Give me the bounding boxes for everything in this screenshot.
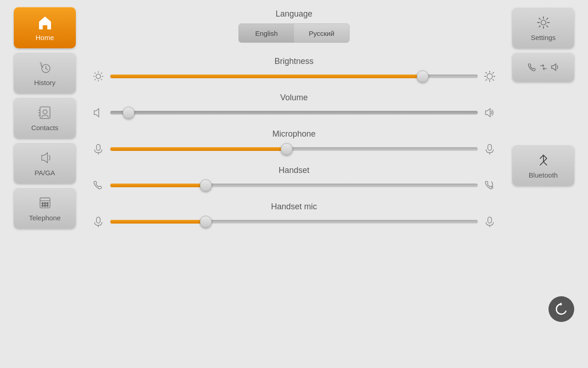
brightness-slider[interactable] [110, 72, 478, 81]
handset-mic-slider-container [92, 215, 496, 228]
language-toggle: English Русский [238, 23, 350, 43]
brightness-slider-container [92, 70, 496, 83]
svg-line-2 [45, 68, 47, 69]
language-label: Language [92, 9, 496, 19]
volume-high-icon [483, 106, 496, 119]
sliders-section: Brightness Volume [92, 57, 496, 228]
svg-rect-39 [96, 217, 100, 223]
speaker-icon [550, 62, 560, 72]
svg-line-31 [486, 72, 487, 74]
volume-label: Volume [92, 93, 496, 103]
svg-point-26 [487, 74, 492, 79]
handset-mic-low-icon [92, 215, 105, 228]
paga-label: PA/GA [34, 169, 55, 177]
svg-point-11 [44, 202, 46, 204]
microphone-slider[interactable] [110, 144, 478, 154]
handset-high-icon [483, 179, 496, 192]
svg-line-34 [486, 79, 487, 80]
language-section: Language English Русский [92, 9, 496, 43]
handset-slider[interactable] [110, 181, 478, 190]
svg-point-12 [46, 202, 48, 204]
center-panel: Language English Русский Brightness [92, 9, 496, 238]
svg-point-4 [43, 109, 47, 114]
handset-mic-high-icon [483, 215, 496, 228]
microphone-row: Microphone [92, 129, 496, 155]
svg-rect-37 [488, 144, 492, 150]
volume-low-icon [92, 106, 105, 119]
history-button[interactable]: History [14, 52, 76, 93]
handset-mic-slider[interactable] [110, 217, 478, 226]
paga-button[interactable]: PA/GA [14, 142, 76, 184]
svg-point-16 [541, 20, 546, 25]
settings-button[interactable]: Settings [512, 7, 574, 48]
home-label: Home [35, 34, 54, 41]
svg-line-25 [95, 79, 96, 80]
brightness-high-icon [483, 70, 496, 83]
svg-rect-41 [488, 217, 492, 223]
home-icon [37, 14, 53, 31]
reset-button[interactable] [548, 296, 574, 322]
volume-slider[interactable] [110, 108, 478, 117]
brightness-label: Brightness [92, 57, 496, 66]
svg-point-15 [46, 205, 48, 207]
bluetooth-label: Bluetooth [529, 171, 558, 179]
svg-rect-35 [96, 144, 100, 150]
svg-point-17 [96, 74, 101, 79]
svg-line-32 [492, 79, 494, 80]
volume-row: Volume [92, 93, 496, 119]
mic-high-icon [483, 143, 496, 155]
svg-point-13 [41, 205, 43, 207]
home-button[interactable]: Home [14, 7, 76, 48]
volume-slider-container [92, 106, 496, 119]
english-button[interactable]: English [239, 24, 294, 42]
handset-mic-label: Handset mic [92, 202, 496, 212]
reset-icon [553, 301, 570, 317]
telephone-label: Telephone [29, 214, 61, 222]
arrows-icon [539, 63, 548, 72]
contacts-button[interactable]: Contacts [14, 97, 76, 138]
handset-label: Handset [92, 166, 496, 175]
svg-point-14 [44, 205, 46, 207]
bluetooth-icon [535, 152, 552, 168]
russian-button[interactable]: Русский [294, 24, 349, 42]
microphone-label: Microphone [92, 129, 496, 139]
svg-point-10 [41, 202, 43, 204]
svg-line-23 [101, 79, 102, 80]
brightness-low-icon [92, 70, 105, 83]
handset-low-icon [92, 179, 105, 192]
mic-low-icon [92, 143, 105, 155]
handset-row: Handset [92, 166, 496, 192]
svg-line-22 [95, 73, 96, 74]
telephone-icon [37, 195, 53, 211]
svg-line-24 [101, 73, 102, 74]
brightness-row: Brightness [92, 57, 496, 83]
history-icon [37, 59, 53, 76]
settings-label: Settings [531, 34, 555, 41]
audio-route-button[interactable] [512, 52, 574, 82]
telephone-button[interactable]: Telephone [14, 187, 76, 229]
microphone-slider-container [92, 143, 496, 155]
right-sidebar: Settings Bluetooth [512, 7, 574, 186]
phone-icon [527, 62, 537, 72]
bluetooth-button[interactable]: Bluetooth [512, 144, 574, 186]
paga-icon [37, 150, 53, 166]
handset-slider-container [92, 179, 496, 192]
handset-mic-row: Handset mic [92, 202, 496, 228]
history-label: History [34, 79, 56, 86]
left-sidebar: Home History Contacts PA/GA [14, 7, 76, 229]
contacts-icon [37, 104, 53, 121]
contacts-label: Contacts [31, 124, 58, 132]
gear-icon [535, 14, 552, 31]
svg-line-33 [492, 72, 494, 74]
